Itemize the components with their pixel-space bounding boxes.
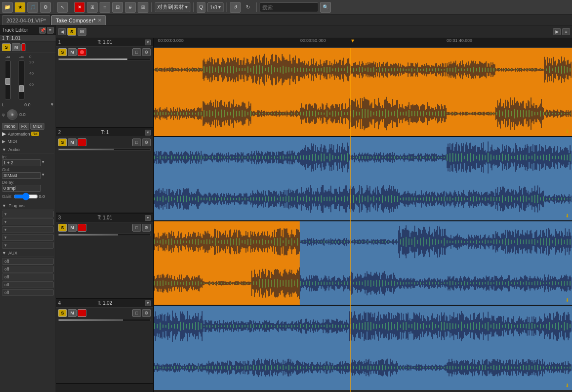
automation-arrow[interactable]: ▶: [2, 131, 6, 137]
t2-m-btn[interactable]: M: [68, 138, 77, 146]
t2-icon1-btn[interactable]: □: [132, 138, 141, 146]
gain-value: 0.0: [39, 194, 45, 199]
gain-slider[interactable]: [14, 193, 38, 200]
mono-btn[interactable]: mono: [2, 123, 18, 130]
tool-pencil[interactable]: ✕: [74, 2, 85, 13]
redo-btn[interactable]: ↻: [243, 2, 253, 13]
t3-icon2-btn[interactable]: ⚙: [142, 224, 151, 232]
t1-icon1-btn[interactable]: □: [132, 48, 141, 56]
left-r-btn[interactable]: [21, 43, 25, 51]
folder-btn[interactable]: 📁: [2, 2, 13, 13]
tab-take-composer[interactable]: Take Composer* ✕: [51, 15, 105, 25]
cursor-tool[interactable]: ↖: [57, 2, 68, 13]
track4-expand-btn[interactable]: ▾: [145, 300, 151, 306]
pan-display: 0.0: [20, 112, 26, 117]
settings-btn[interactable]: ⚙: [40, 2, 51, 13]
left-s-btn[interactable]: S: [2, 43, 11, 51]
plugin-slot-5[interactable]: ▾: [2, 242, 54, 249]
track2-expand-btn[interactable]: ▾: [145, 130, 151, 136]
section-s-btn[interactable]: S: [67, 28, 76, 36]
nav-right-btn[interactable]: ▶: [553, 28, 561, 35]
track4-waveform[interactable]: ⬇: [154, 306, 572, 390]
tool-6[interactable]: ⊞: [138, 2, 148, 13]
t4-m-btn[interactable]: M: [68, 309, 77, 317]
left-m-btn[interactable]: M: [12, 43, 20, 51]
t3-vol-bar: [58, 234, 151, 236]
delay-value[interactable]: 0 smpl: [2, 185, 41, 192]
t1-vol-bar: [58, 58, 151, 60]
vol-fader[interactable]: [5, 60, 11, 99]
plugin-slot-2[interactable]: ▾: [2, 218, 54, 225]
automation-mode[interactable]: Rd: [31, 132, 39, 136]
pan-knob[interactable]: ◉: [7, 109, 18, 120]
te-menu-btn[interactable]: ≡: [47, 27, 54, 34]
t1-s-btn[interactable]: S: [58, 48, 67, 56]
t4-r-btn[interactable]: [78, 309, 86, 317]
aux-item-1[interactable]: off: [2, 258, 54, 265]
track4-name: T: 1.02: [98, 300, 112, 306]
align-dropdown[interactable]: 对齐到素材 ▾: [155, 2, 190, 12]
in-select[interactable]: 1 + 2: [2, 159, 41, 166]
pan-fader[interactable]: [19, 60, 24, 99]
t2-s-btn[interactable]: S: [58, 138, 67, 146]
tab-close-icon[interactable]: ✕: [98, 18, 102, 23]
nav-menu-btn[interactable]: ≡: [562, 28, 570, 35]
track3-expand-btn[interactable]: ▾: [145, 215, 151, 221]
t1-m-btn[interactable]: M: [68, 48, 77, 56]
undo-btn[interactable]: ↺: [230, 2, 241, 13]
nav-left-btn[interactable]: ◀: [58, 28, 66, 35]
t1-r-btn[interactable]: [78, 48, 86, 56]
t3-s-btn[interactable]: S: [58, 224, 67, 232]
aux-section: ▼ AUX: [2, 250, 54, 257]
aux-item-3[interactable]: off: [2, 274, 54, 280]
track1-marker: ⬇: [565, 129, 569, 134]
audio-btn[interactable]: 🎵: [27, 2, 38, 13]
quantize-dropdown[interactable]: 1/8 ▾: [207, 2, 224, 12]
search-btn[interactable]: 🔍: [320, 2, 331, 13]
track1-expand-btn[interactable]: ▾: [145, 39, 151, 45]
in-dropdown-arrow[interactable]: ▾: [42, 159, 44, 166]
t4-icon1-btn[interactable]: □: [132, 309, 141, 317]
search-input[interactable]: [260, 2, 318, 12]
aux-item-2[interactable]: off: [2, 266, 54, 273]
tool-3[interactable]: ≡: [100, 2, 110, 13]
out-dropdown-arrow[interactable]: ▾: [42, 172, 44, 179]
track3-waveform[interactable]: ⬇: [154, 221, 572, 306]
tab-vip[interactable]: 2022-04-01.VIP*: [2, 15, 50, 25]
tool-5[interactable]: #: [125, 2, 136, 13]
tool-2[interactable]: ⊞: [87, 2, 98, 13]
track4-marker: ⬇: [565, 383, 569, 388]
center-area: ◀ S M ▶ ≡ 1 T: 1.01 ▾: [56, 25, 572, 392]
aux-item-4[interactable]: off: [2, 281, 54, 288]
section-m-btn[interactable]: M: [78, 28, 86, 36]
track3-marker: ⬇: [565, 297, 569, 303]
plugin-slot-1[interactable]: ▾: [2, 211, 54, 217]
sep2: [71, 2, 71, 12]
t3-icon1-btn[interactable]: □: [132, 224, 141, 232]
t4-s-btn[interactable]: S: [58, 309, 67, 317]
aux-item-5[interactable]: off: [2, 289, 54, 296]
t3-r-btn[interactable]: [78, 224, 86, 232]
new-btn[interactable]: ★: [15, 2, 25, 13]
t1-icon2-btn[interactable]: ⚙: [142, 48, 151, 56]
track1-waveform[interactable]: ⬇: [154, 48, 572, 137]
te-pin-btn[interactable]: 📌: [39, 27, 46, 34]
track1-bottom-waveform: [154, 92, 572, 136]
out-select[interactable]: StMast: [2, 172, 41, 179]
plugin-slot-3[interactable]: ▾: [2, 226, 54, 233]
track1-name: T: 1.01: [98, 39, 112, 45]
t2-r-btn[interactable]: [78, 138, 86, 146]
midi-display-btn[interactable]: MIDI: [30, 123, 44, 130]
audio-section: ▼ Audio: [2, 146, 54, 154]
quantize-btn[interactable]: Q: [197, 2, 205, 13]
left-smb-row: S M: [0, 42, 56, 53]
t4-icon2-btn[interactable]: ⚙: [142, 309, 151, 317]
track2-waveform[interactable]: ⬇: [154, 137, 572, 221]
plugin-slot-4[interactable]: ▾: [2, 234, 54, 241]
fx-btn[interactable]: FX: [19, 123, 30, 130]
t2-icon2-btn[interactable]: ⚙: [142, 138, 151, 146]
track4-bottom-waveform: [154, 347, 572, 389]
automation-label: Automation: [8, 132, 30, 137]
tool-4[interactable]: ⊟: [112, 2, 123, 13]
t3-m-btn[interactable]: M: [68, 224, 77, 232]
